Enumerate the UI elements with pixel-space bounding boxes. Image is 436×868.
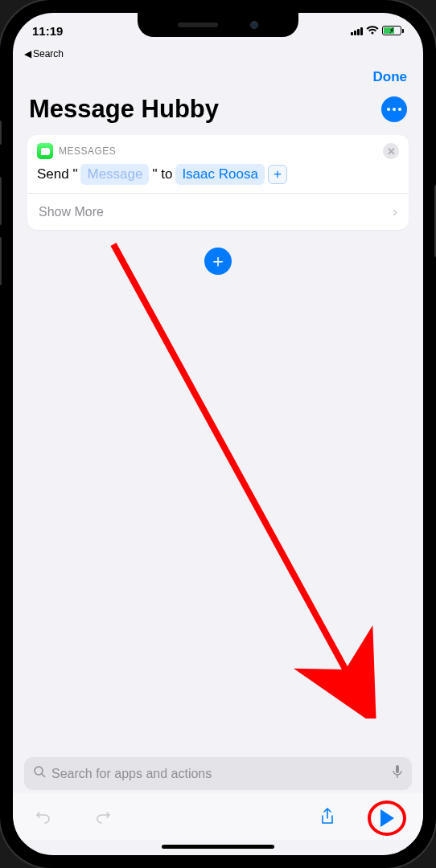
remove-action-button[interactable]: ✕	[383, 143, 399, 159]
run-shortcut-button[interactable]	[372, 803, 402, 833]
shortcut-title: Message Hubby	[29, 95, 219, 124]
close-icon: ✕	[387, 145, 396, 158]
svg-rect-3	[396, 765, 399, 773]
send-message-action-card: MESSAGES ✕ Send " Message " to Isaac Roo…	[27, 135, 409, 230]
chevron-right-icon: ›	[393, 203, 397, 220]
redo-button[interactable]	[95, 809, 113, 829]
show-more-row[interactable]: Show More ›	[27, 194, 409, 230]
messages-app-icon	[37, 143, 53, 159]
message-field-token[interactable]: Message	[80, 164, 149, 185]
share-button[interactable]	[320, 808, 335, 829]
done-button[interactable]: Done	[373, 69, 408, 85]
annotation-arrow	[97, 236, 403, 719]
status-time: 11:19	[32, 24, 63, 38]
add-recipient-button[interactable]: +	[268, 165, 287, 184]
status-indicators: ⚡︎	[351, 26, 404, 35]
back-to-search[interactable]: ◀ Search	[13, 48, 423, 59]
search-placeholder: Search for apps and actions	[51, 767, 387, 781]
app-label: MESSAGES	[59, 145, 116, 157]
svg-point-1	[35, 767, 43, 775]
home-indicator[interactable]	[162, 845, 274, 849]
more-options-button[interactable]	[381, 96, 407, 122]
show-more-label: Show More	[39, 205, 104, 219]
annotation-highlight-circle	[368, 800, 406, 836]
action-description: Send " Message " to Isaac Roosa +	[37, 164, 399, 185]
undo-button[interactable]	[34, 809, 51, 829]
bottom-toolbar	[13, 793, 423, 840]
ellipsis-icon	[387, 108, 401, 111]
search-actions-input[interactable]: Search for apps and actions	[24, 757, 412, 790]
signal-icon	[351, 27, 363, 35]
back-label: Search	[33, 48, 64, 59]
search-icon	[34, 766, 46, 781]
recipient-token[interactable]: Isaac Roosa	[175, 164, 265, 185]
back-chevron-icon: ◀	[24, 48, 31, 59]
svg-line-2	[42, 774, 45, 777]
svg-line-0	[113, 244, 355, 686]
battery-icon: ⚡︎	[382, 26, 404, 35]
wifi-icon	[366, 26, 379, 35]
dictate-button[interactable]	[393, 765, 402, 782]
plus-icon: ＋	[209, 249, 227, 273]
add-action-button[interactable]: ＋	[204, 248, 232, 275]
